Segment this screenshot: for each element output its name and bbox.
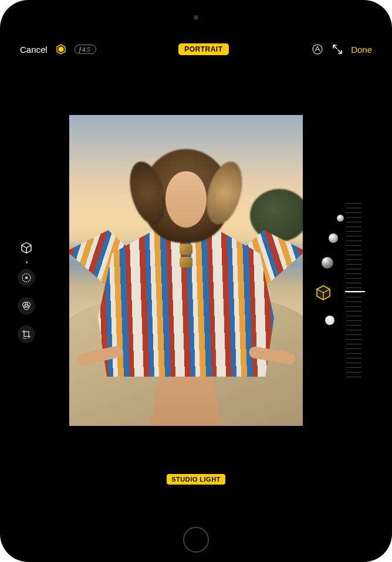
lighting-label-row: STUDIO LIGHT bbox=[13, 474, 379, 485]
portrait-photo bbox=[69, 115, 303, 426]
sphere-icon bbox=[325, 316, 334, 325]
subject-face bbox=[165, 171, 207, 228]
expand-icon bbox=[332, 44, 343, 55]
lighting-option-contour[interactable] bbox=[322, 257, 333, 269]
current-lighting-label: STUDIO LIGHT bbox=[167, 474, 225, 485]
editor-main: STUDIO LIGHT bbox=[13, 62, 379, 520]
adjust-tool[interactable] bbox=[18, 269, 35, 287]
background-bush bbox=[250, 189, 303, 242]
lighting-option-stage-mono[interactable] bbox=[337, 215, 344, 222]
svg-point-5 bbox=[25, 276, 28, 279]
photo-mode-badge: PORTRAIT bbox=[178, 43, 228, 55]
cube-outline-icon bbox=[315, 284, 332, 302]
edit-tool-rail bbox=[18, 239, 35, 343]
markup-icon bbox=[312, 43, 323, 55]
crop-tool[interactable] bbox=[18, 326, 35, 343]
sphere-icon bbox=[337, 215, 344, 222]
cube-icon bbox=[20, 242, 33, 255]
ipad-frame: Cancel f 4.5 PORTRAIT bbox=[0, 0, 392, 562]
fstop-prefix: f bbox=[79, 46, 81, 53]
lighting-intensity-slider[interactable] bbox=[346, 203, 361, 379]
slider-marker bbox=[345, 291, 365, 292]
lighting-option-natural[interactable] bbox=[325, 316, 334, 325]
lighting-option-stage[interactable] bbox=[329, 233, 338, 243]
cancel-button[interactable]: Cancel bbox=[20, 45, 48, 55]
svg-marker-1 bbox=[58, 46, 63, 52]
active-tool-indicator bbox=[26, 262, 28, 263]
filters-tool[interactable] bbox=[18, 297, 35, 315]
sphere-icon bbox=[329, 233, 338, 243]
adjust-dial-icon bbox=[21, 273, 32, 283]
subject-sunglasses bbox=[177, 244, 195, 269]
portrait-effect-toggle[interactable] bbox=[55, 43, 67, 56]
markup-button[interactable] bbox=[311, 43, 324, 56]
photo-preview[interactable] bbox=[69, 115, 303, 426]
depth-fstop-button[interactable]: f 4.5 bbox=[75, 45, 96, 54]
crop-rotate-icon bbox=[21, 329, 32, 340]
filters-icon bbox=[21, 301, 32, 312]
enter-fullscreen-button[interactable] bbox=[331, 43, 344, 56]
editor-topbar: Cancel f 4.5 PORTRAIT bbox=[13, 36, 379, 62]
photos-edit-screen: Cancel f 4.5 PORTRAIT bbox=[13, 36, 379, 520]
front-camera bbox=[194, 15, 198, 20]
portrait-lighting-picker bbox=[313, 215, 337, 367]
hexagon-icon bbox=[55, 43, 67, 55]
portrait-lighting-tool[interactable] bbox=[18, 239, 35, 257]
sphere-icon bbox=[322, 257, 333, 269]
done-button[interactable]: Done bbox=[351, 45, 372, 55]
fstop-value: 4.5 bbox=[82, 46, 90, 53]
lighting-option-studio[interactable] bbox=[315, 284, 332, 302]
home-button[interactable] bbox=[183, 527, 209, 553]
